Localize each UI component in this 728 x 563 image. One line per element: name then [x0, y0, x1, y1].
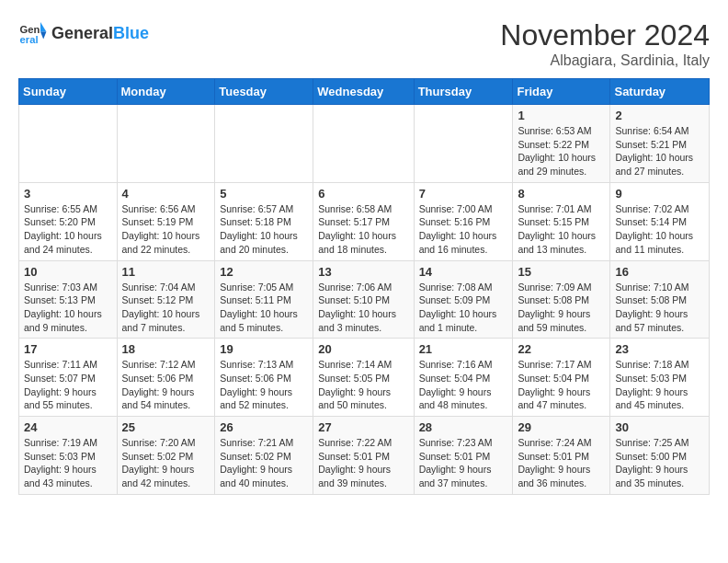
day-info: Sunrise: 7:01 AM Sunset: 5:15 PM Dayligh… [518, 202, 605, 257]
calendar-cell [117, 105, 215, 183]
header-day-saturday: Saturday [610, 79, 710, 105]
svg-text:Gen: Gen [20, 24, 40, 35]
calendar-cell: 25Sunrise: 7:20 AM Sunset: 5:02 PM Dayli… [117, 417, 215, 495]
day-number: 8 [518, 187, 605, 201]
week-row-2: 3Sunrise: 6:55 AM Sunset: 5:20 PM Daylig… [19, 182, 710, 260]
day-number: 26 [220, 420, 308, 434]
day-info: Sunrise: 7:08 AM Sunset: 5:09 PM Dayligh… [419, 281, 508, 335]
calendar-cell: 18Sunrise: 7:12 AM Sunset: 5:06 PM Dayli… [117, 339, 215, 417]
general-blue-logo-icon: Gen eral [18, 18, 48, 48]
calendar-cell: 1Sunrise: 6:53 AM Sunset: 5:22 PM Daylig… [513, 105, 610, 183]
day-info: Sunrise: 7:06 AM Sunset: 5:10 PM Dayligh… [318, 281, 408, 335]
day-info: Sunrise: 7:14 AM Sunset: 5:05 PM Dayligh… [318, 358, 408, 412]
day-number: 1 [518, 109, 605, 122]
header-day-wednesday: Wednesday [313, 79, 414, 105]
title-area: November 2024 Albagiara, Sardinia, Italy [500, 18, 710, 69]
svg-marker-2 [40, 22, 46, 31]
calendar-cell: 11Sunrise: 7:04 AM Sunset: 5:12 PM Dayli… [117, 260, 215, 339]
calendar-cell: 19Sunrise: 7:13 AM Sunset: 5:06 PM Dayli… [215, 339, 313, 417]
day-info: Sunrise: 7:25 AM Sunset: 5:00 PM Dayligh… [615, 436, 704, 490]
day-info: Sunrise: 7:19 AM Sunset: 5:03 PM Dayligh… [24, 436, 112, 490]
calendar-cell: 7Sunrise: 7:00 AM Sunset: 5:16 PM Daylig… [414, 182, 513, 260]
calendar-cell: 20Sunrise: 7:14 AM Sunset: 5:05 PM Dayli… [313, 339, 414, 417]
day-info: Sunrise: 7:11 AM Sunset: 5:07 PM Dayligh… [24, 358, 112, 412]
day-info: Sunrise: 7:04 AM Sunset: 5:12 PM Dayligh… [122, 281, 210, 335]
day-number: 14 [419, 265, 508, 279]
calendar-cell: 10Sunrise: 7:03 AM Sunset: 5:13 PM Dayli… [19, 260, 118, 339]
day-info: Sunrise: 6:53 AM Sunset: 5:22 PM Dayligh… [518, 124, 605, 178]
svg-text:eral: eral [20, 34, 39, 45]
header-day-sunday: Sunday [19, 79, 118, 105]
logo-blue-text: Blue [113, 24, 149, 42]
day-number: 18 [122, 342, 210, 356]
calendar-cell [19, 105, 118, 183]
week-row-4: 17Sunrise: 7:11 AM Sunset: 5:07 PM Dayli… [19, 339, 710, 417]
day-number: 23 [615, 342, 704, 356]
calendar-cell: 6Sunrise: 6:58 AM Sunset: 5:17 PM Daylig… [313, 182, 414, 260]
day-info: Sunrise: 7:23 AM Sunset: 5:01 PM Dayligh… [419, 436, 508, 490]
day-number: 17 [24, 342, 112, 356]
day-info: Sunrise: 6:54 AM Sunset: 5:21 PM Dayligh… [615, 124, 704, 178]
day-info: Sunrise: 6:57 AM Sunset: 5:18 PM Dayligh… [220, 202, 308, 257]
day-number: 27 [318, 420, 408, 434]
day-number: 9 [615, 187, 704, 201]
day-info: Sunrise: 6:58 AM Sunset: 5:17 PM Dayligh… [318, 202, 408, 257]
calendar-cell: 2Sunrise: 6:54 AM Sunset: 5:21 PM Daylig… [610, 105, 710, 183]
day-number: 15 [518, 265, 605, 279]
day-number: 3 [24, 187, 112, 201]
day-number: 19 [220, 342, 308, 356]
day-number: 10 [24, 265, 112, 279]
day-info: Sunrise: 7:02 AM Sunset: 5:14 PM Dayligh… [615, 202, 704, 257]
calendar-cell: 12Sunrise: 7:05 AM Sunset: 5:11 PM Dayli… [215, 260, 313, 339]
week-row-1: 1Sunrise: 6:53 AM Sunset: 5:22 PM Daylig… [19, 105, 710, 183]
calendar-table: SundayMondayTuesdayWednesdayThursdayFrid… [18, 78, 710, 495]
day-info: Sunrise: 7:13 AM Sunset: 5:06 PM Dayligh… [220, 358, 308, 412]
month-title: November 2024 [500, 18, 710, 52]
logo: Gen eral GeneralBlue [18, 18, 149, 48]
calendar-cell: 5Sunrise: 6:57 AM Sunset: 5:18 PM Daylig… [215, 182, 313, 260]
calendar-cell: 29Sunrise: 7:24 AM Sunset: 5:01 PM Dayli… [513, 417, 610, 495]
day-number: 5 [220, 187, 308, 201]
calendar-cell: 22Sunrise: 7:17 AM Sunset: 5:04 PM Dayli… [513, 339, 610, 417]
day-number: 30 [615, 420, 704, 434]
day-number: 12 [220, 265, 308, 279]
location-subtitle: Albagiara, Sardinia, Italy [500, 52, 710, 69]
week-row-5: 24Sunrise: 7:19 AM Sunset: 5:03 PM Dayli… [19, 417, 710, 495]
day-info: Sunrise: 7:10 AM Sunset: 5:08 PM Dayligh… [615, 281, 704, 335]
header-row: SundayMondayTuesdayWednesdayThursdayFrid… [19, 79, 710, 105]
day-info: Sunrise: 7:21 AM Sunset: 5:02 PM Dayligh… [220, 436, 308, 490]
header-day-monday: Monday [117, 79, 215, 105]
calendar-cell [313, 105, 414, 183]
day-number: 6 [318, 187, 408, 201]
day-info: Sunrise: 7:17 AM Sunset: 5:04 PM Dayligh… [518, 358, 605, 412]
svg-marker-3 [40, 31, 46, 39]
day-info: Sunrise: 7:18 AM Sunset: 5:03 PM Dayligh… [615, 358, 704, 412]
day-number: 24 [24, 420, 112, 434]
header-day-friday: Friday [513, 79, 610, 105]
day-info: Sunrise: 7:03 AM Sunset: 5:13 PM Dayligh… [24, 281, 112, 335]
calendar-cell [215, 105, 313, 183]
calendar-cell [414, 105, 513, 183]
week-row-3: 10Sunrise: 7:03 AM Sunset: 5:13 PM Dayli… [19, 260, 710, 339]
calendar-cell: 23Sunrise: 7:18 AM Sunset: 5:03 PM Dayli… [610, 339, 710, 417]
calendar-cell: 30Sunrise: 7:25 AM Sunset: 5:00 PM Dayli… [610, 417, 710, 495]
day-number: 22 [518, 342, 605, 356]
calendar-cell: 3Sunrise: 6:55 AM Sunset: 5:20 PM Daylig… [19, 182, 118, 260]
day-number: 7 [419, 187, 508, 201]
day-info: Sunrise: 7:12 AM Sunset: 5:06 PM Dayligh… [122, 358, 210, 412]
day-info: Sunrise: 7:20 AM Sunset: 5:02 PM Dayligh… [122, 436, 210, 490]
header-day-thursday: Thursday [414, 79, 513, 105]
calendar-cell: 8Sunrise: 7:01 AM Sunset: 5:15 PM Daylig… [513, 182, 610, 260]
day-number: 28 [419, 420, 508, 434]
day-info: Sunrise: 7:00 AM Sunset: 5:16 PM Dayligh… [419, 202, 508, 257]
day-number: 11 [122, 265, 210, 279]
calendar-cell: 21Sunrise: 7:16 AM Sunset: 5:04 PM Dayli… [414, 339, 513, 417]
calendar-cell: 4Sunrise: 6:56 AM Sunset: 5:19 PM Daylig… [117, 182, 215, 260]
day-info: Sunrise: 7:24 AM Sunset: 5:01 PM Dayligh… [518, 436, 605, 490]
logo-general-text: General [51, 24, 113, 42]
day-number: 21 [419, 342, 508, 356]
day-info: Sunrise: 7:05 AM Sunset: 5:11 PM Dayligh… [220, 281, 308, 335]
day-number: 16 [615, 265, 704, 279]
header-day-tuesday: Tuesday [215, 79, 313, 105]
day-number: 13 [318, 265, 408, 279]
